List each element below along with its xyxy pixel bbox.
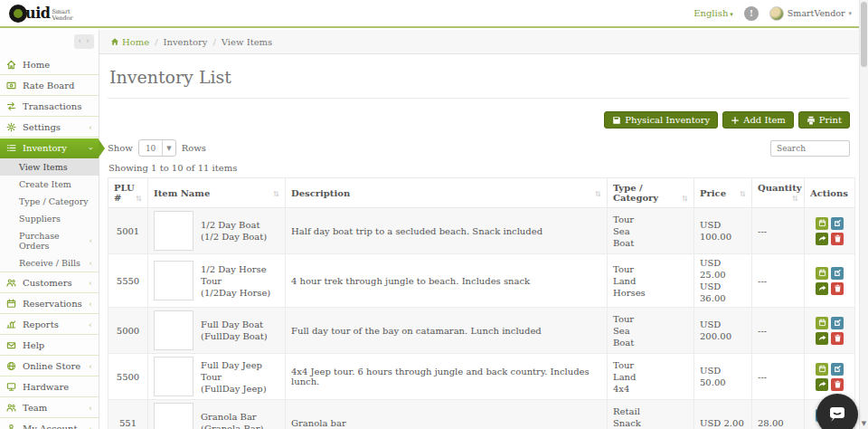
breadcrumb-item-home[interactable]: Home [110,37,149,47]
share-icon [818,380,826,388]
edit-icon [834,365,842,373]
page-scrollbar[interactable]: ▼ [859,0,868,429]
chevron-down-icon: ▾ [730,11,733,18]
sidebar-item-online-store[interactable]: Online Store‹ [0,356,99,377]
price-cell: USD 2.00 [700,417,746,429]
trash-action-button[interactable] [831,332,844,345]
chevron-left-icon: ‹ [89,280,92,287]
page-size-select[interactable]: 10 ▼ [138,139,176,157]
sidebar-item-rate-board[interactable]: Rate Board [0,75,99,96]
type-category-cell: TourSeaBoat [613,313,688,348]
share-icon [818,334,826,342]
edit-action-button[interactable] [831,217,844,230]
sidebar-item-hardware[interactable]: Hardware [0,377,99,397]
divider [108,98,850,99]
column-header-description[interactable]: Description⇅ [286,178,608,208]
trash-icon [834,334,842,342]
edit-action-button[interactable] [831,267,844,280]
sidebar-item-label: Team [23,403,47,413]
item-name-cell: Granola Bar(Granola Bar) [201,411,263,429]
sort-icon: ⇅ [273,189,279,198]
column-header-price[interactable]: Price⇅ [694,178,752,208]
myaccount-icon [6,424,18,429]
description-cell: 4 hour trek through jungle to beach. Inc… [286,254,608,308]
sidebar-subitem-create-item[interactable]: Create Item [0,176,99,193]
chat-launcher-button[interactable] [816,394,858,429]
breadcrumb-bar: Home/Inventory/View Items [99,30,868,54]
sort-icon: ⇅ [792,194,798,203]
sidebar: ‹ › HomeRate BoardTransactionsSettings‹I… [0,30,99,429]
sidebar-item-help[interactable]: Help [0,335,99,356]
print-button[interactable]: Print [798,111,850,129]
column-header-type-category[interactable]: Type / Category⇅ [608,178,694,208]
price-cell: USD 50.00 [700,365,746,388]
top-header-bar: uid SmartVendor English▾ ! SmartVendor ▾ [0,0,868,28]
sidebar-item-reservations[interactable]: Reservations‹ [0,293,99,314]
column-header-actions: Actions [805,178,855,208]
language-selector[interactable]: English▾ [693,8,733,18]
sidebar-item-customers[interactable]: Customers‹ [0,272,99,293]
sidebar-item-my-account[interactable]: My Account‹ [0,418,99,429]
scrollbar-thumb[interactable] [861,2,867,67]
sidebar-collapse-toggle[interactable]: ‹ › [74,34,94,49]
calendar-action-button[interactable] [816,363,828,376]
column-header-quantity[interactable]: Quantity⇅ [752,178,805,208]
breadcrumb-item-inventory[interactable]: Inventory [164,37,208,47]
edit-action-button[interactable] [831,317,844,329]
table-row: 5550 1/2 Day Horse Tour(1/2Day Horse) 4 … [108,254,855,308]
trash-action-button[interactable] [831,282,844,295]
sidebar-item-settings[interactable]: Settings‹ [0,117,99,138]
sidebar-item-team[interactable]: Team‹ [0,397,99,418]
physical-inventory-button[interactable]: Physical Inventory [604,111,718,129]
user-menu[interactable]: SmartVendor ▾ [769,6,852,21]
sidebar-subitem-suppliers[interactable]: Suppliers [0,210,99,227]
trash-action-button[interactable] [831,233,844,245]
column-header-plu[interactable]: PLU #⇅ [108,178,148,208]
item-photo [154,310,193,350]
sidebar-subitem-view-items[interactable]: View Items [0,158,99,176]
item-photo [154,357,193,396]
team-icon [6,403,18,413]
share-action-button[interactable] [816,233,828,245]
sidebar-subitem-purchase-orders[interactable]: Purchase Orders‹ [0,227,99,254]
reservations-icon [6,299,18,309]
sidebar-item-label: Settings [23,122,61,132]
edit-icon [834,269,842,277]
sidebar-item-label: Rate Board [23,81,74,91]
share-action-button[interactable] [816,332,828,345]
search-input[interactable] [770,140,850,157]
column-header-item-name[interactable]: Item Name⇅ [148,178,286,208]
sidebar-item-label: Customers [23,278,72,288]
reports-icon [6,319,18,329]
share-action-button[interactable] [816,378,828,391]
scrollbar-down-arrow[interactable]: ▼ [860,420,868,427]
item-name-cell: Full Day Boat(FullDay Boat) [201,319,268,342]
chat-bubble-icon [826,404,848,425]
description-cell: Full day tour of the bay on catamaran. L… [286,308,608,354]
app-logo[interactable]: uid SmartVendor [9,5,73,23]
sidebar-item-home[interactable]: Home [0,54,99,75]
calendar-action-button[interactable] [816,267,828,280]
logo-brand-text: uid [25,5,50,22]
sidebar-item-label: Hardware [23,382,69,392]
sidebar-item-reports[interactable]: Reports‹ [0,314,99,335]
sidebar-submenu: View ItemsCreate ItemType / CategorySupp… [0,158,99,272]
add-item-button[interactable]: Add Item [722,111,794,129]
help-icon [6,340,18,350]
table-row: 5001 1/2 Day Boat(1/2 Day Boat) Half day… [108,208,855,254]
sidebar-item-transactions[interactable]: Transactions [0,96,99,117]
calendar-action-button[interactable] [816,217,828,230]
settings-icon [6,122,18,132]
sidebar-subitem-type-category[interactable]: Type / Category [0,193,99,210]
save-icon [612,116,621,125]
sidebar-item-inventory[interactable]: Inventory‹ [0,138,99,158]
share-action-button[interactable] [816,282,828,295]
quantity-cell: 28.00 [752,400,805,429]
trash-action-button[interactable] [831,378,844,391]
edit-action-button[interactable] [831,363,844,376]
sidebar-subitem-receive-bills[interactable]: Receive / Bills‹ [0,254,99,272]
sidebar-item-label: Help [23,340,44,350]
calendar-action-button[interactable] [816,317,828,329]
notification-button[interactable]: ! [744,6,759,21]
rows-label: Rows [182,143,206,153]
